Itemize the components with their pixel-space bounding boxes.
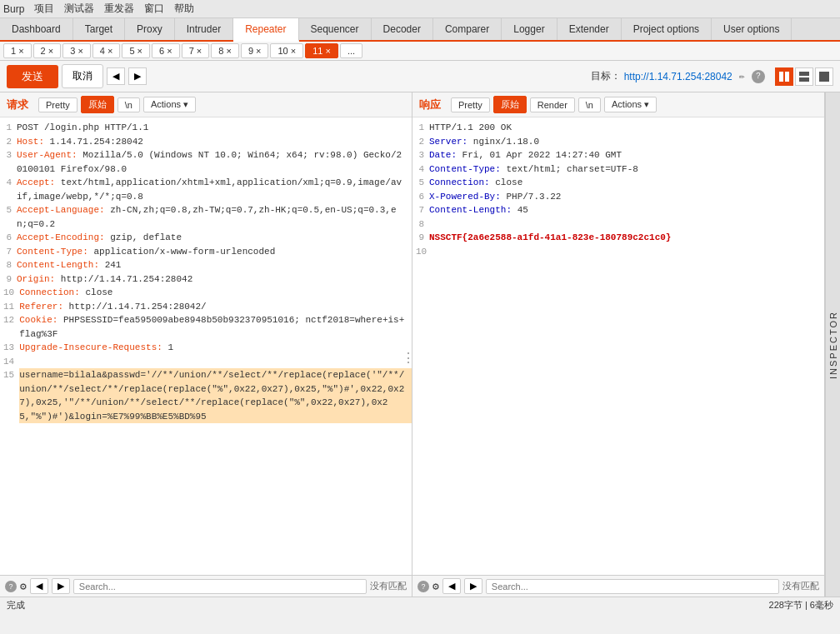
menu-project[interactable]: 项目 <box>34 2 54 16</box>
req-line-9: 9 Origin: http://1.14.71.254:28042 <box>0 272 412 287</box>
svg-rect-1 <box>785 72 789 82</box>
resp-line-2: 2 Server: nginx/1.18.0 <box>412 135 824 149</box>
req-line-1: 1 POST /login.php HTTP/1.1 <box>0 121 412 135</box>
view-split-vertical[interactable] <box>795 67 813 86</box>
request-header: 请求 Pretty 原始 \n Actions ▾ <box>0 92 412 117</box>
repeater-tab-more[interactable]: ... <box>340 43 362 58</box>
repeater-tab-11[interactable]: 11 × <box>305 43 338 58</box>
resp-line-9: 9 NSSCTF{2a6e2588-a1fd-41a1-823e-180789c… <box>412 231 824 245</box>
req-line-8: 8 Content-Length: 241 <box>0 258 412 272</box>
send-button[interactable]: 发送 <box>7 65 58 88</box>
tab-comparer[interactable]: Comparer <box>433 18 502 40</box>
repeater-tab-5[interactable]: 5 × <box>122 43 150 58</box>
repeater-tab-2[interactable]: 2 × <box>33 43 62 58</box>
resp-tab-raw[interactable]: 原始 <box>493 96 527 113</box>
repeater-tab-7[interactable]: 7 × <box>182 43 210 58</box>
response-search-gear-icon[interactable]: ⚙ <box>432 580 439 593</box>
repeater-tab-3[interactable]: 3 × <box>62 43 91 58</box>
resp-line-4: 4 Content-Type: text/html; charset=UTF-8 <box>412 162 824 177</box>
resp-line-8: 8 <box>412 217 824 232</box>
repeater-sub-tabs: 1 × 2 × 3 × 4 × 5 × 6 × 7 × 8 × 9 × 10 ×… <box>0 42 840 61</box>
req-tab-raw[interactable]: 原始 <box>81 96 114 113</box>
tab-logger[interactable]: Logger <box>502 18 557 40</box>
req-line-14: 14 <box>0 355 412 369</box>
req-line-2: 2 Host: 1.14.71.254:28042 <box>0 135 412 149</box>
request-search-prev[interactable]: ◀ <box>30 578 48 594</box>
toolbar: 发送 取消 ◀ ▶ 目标： http://1.14.71.254:28042 ✏… <box>0 61 840 92</box>
response-title: 响应 <box>419 97 441 112</box>
req-tab-newline[interactable]: \n <box>118 97 140 112</box>
tab-extender[interactable]: Extender <box>558 18 622 40</box>
svg-rect-3 <box>799 77 809 82</box>
nav-forward-button[interactable]: ▶ <box>128 67 147 85</box>
response-search-next[interactable]: ▶ <box>464 578 482 594</box>
resp-line-5: 5 Connection: close <box>412 176 824 190</box>
repeater-tab-10[interactable]: 10 × <box>270 43 303 58</box>
repeater-tab-9[interactable]: 9 × <box>241 43 269 58</box>
resp-line-3: 3 Date: Fri, 01 Apr 2022 14:27:40 GMT <box>412 148 824 162</box>
req-line-6: 6 Accept-Encoding: gzip, deflate <box>0 231 412 245</box>
tab-target[interactable]: Target <box>73 18 125 40</box>
request-search-gear-icon[interactable]: ⚙ <box>20 580 27 593</box>
tab-intruder[interactable]: Intruder <box>175 18 233 40</box>
response-code-area[interactable]: 1 HTTP/1.1 200 OK 2 Server: nginx/1.18.0… <box>412 117 824 575</box>
req-line-3: 3 User-Agent: Mozilla/5.0 (Windows NT 10… <box>0 148 412 176</box>
request-search-input[interactable] <box>73 579 367 594</box>
menu-tester[interactable]: 测试器 <box>64 2 94 16</box>
resp-line-1: 1 HTTP/1.1 200 OK <box>412 121 824 135</box>
view-split-horizontal[interactable] <box>775 67 793 86</box>
repeater-tab-6[interactable]: 6 × <box>152 43 180 58</box>
request-search-bar: ? ⚙ ◀ ▶ 没有匹配 <box>0 575 412 597</box>
nav-back-button[interactable]: ◀ <box>107 67 125 85</box>
req-line-15: 15 username=bilala&passwd='//**/union/**… <box>0 368 412 423</box>
resp-line-6: 6 X-Powered-By: PHP/7.3.22 <box>412 190 824 204</box>
tab-user-options[interactable]: User options <box>712 18 792 40</box>
req-tab-pretty[interactable]: Pretty <box>38 97 78 112</box>
tab-decoder[interactable]: Decoder <box>372 18 433 40</box>
repeater-tab-4[interactable]: 4 × <box>92 43 121 58</box>
status-info: 228字节 | 6毫秒 <box>769 599 833 612</box>
resp-tab-newline[interactable]: \n <box>578 97 601 112</box>
svg-rect-2 <box>799 72 809 76</box>
status-bar: 完成 228字节 | 6毫秒 <box>0 597 840 613</box>
response-search-bar: ? ⚙ ◀ ▶ 没有匹配 <box>412 575 824 597</box>
resp-actions-button[interactable]: Actions ▾ <box>604 97 657 112</box>
tab-dashboard[interactable]: Dashboard <box>0 18 73 40</box>
menu-burp[interactable]: Burp <box>3 3 24 15</box>
request-search-next[interactable]: ▶ <box>52 578 70 594</box>
repeater-tab-1[interactable]: 1 × <box>3 43 32 58</box>
inspector-sidebar[interactable]: INSPECTOR <box>825 92 840 597</box>
svg-rect-4 <box>819 72 829 82</box>
response-search-input[interactable] <box>486 579 779 594</box>
response-search-help-icon[interactable]: ? <box>418 581 429 592</box>
req-actions-button[interactable]: Actions ▾ <box>143 97 196 112</box>
resp-line-10: 10 <box>412 245 824 259</box>
request-search-help-icon[interactable]: ? <box>5 581 17 592</box>
cancel-button[interactable]: 取消 <box>62 64 103 88</box>
tab-proxy[interactable]: Proxy <box>125 18 175 40</box>
menu-window[interactable]: 窗口 <box>144 2 164 16</box>
target-url[interactable]: http://1.14.71.254:28042 <box>624 71 732 82</box>
tab-project-options[interactable]: Project options <box>622 18 712 40</box>
resp-tab-pretty[interactable]: Pretty <box>451 97 490 112</box>
tab-repeater[interactable]: Repeater <box>233 18 298 42</box>
request-code-area[interactable]: 1 POST /login.php HTTP/1.1 2 Host: 1.14.… <box>0 117 412 575</box>
target-help-icon[interactable]: ? <box>752 70 765 83</box>
svg-rect-0 <box>779 72 783 82</box>
menu-resender[interactable]: 重发器 <box>104 2 134 16</box>
response-search-prev[interactable]: ◀ <box>442 578 461 594</box>
nav-tabs: Dashboard Target Proxy Intruder Repeater… <box>0 18 840 42</box>
resp-tab-render[interactable]: Render <box>530 97 575 112</box>
view-single[interactable] <box>815 67 833 86</box>
response-header: 响应 Pretty 原始 Render \n Actions ▾ <box>412 92 824 117</box>
repeater-tab-8[interactable]: 8 × <box>211 43 239 58</box>
inspector-label: INSPECTOR <box>828 311 838 379</box>
response-panel: 响应 Pretty 原始 Render \n Actions ▾ 1 HTTP/… <box>412 92 825 597</box>
menu-help[interactable]: 帮助 <box>174 2 194 16</box>
edit-target-icon[interactable]: ✏️ <box>739 70 745 82</box>
tab-sequencer[interactable]: Sequencer <box>299 18 372 40</box>
request-dots-menu[interactable]: ⋮ <box>402 350 415 367</box>
req-line-10: 10 Connection: close <box>0 286 412 300</box>
resp-line-7: 7 Content-Length: 45 <box>412 203 824 217</box>
target-label: 目标： <box>591 69 621 83</box>
